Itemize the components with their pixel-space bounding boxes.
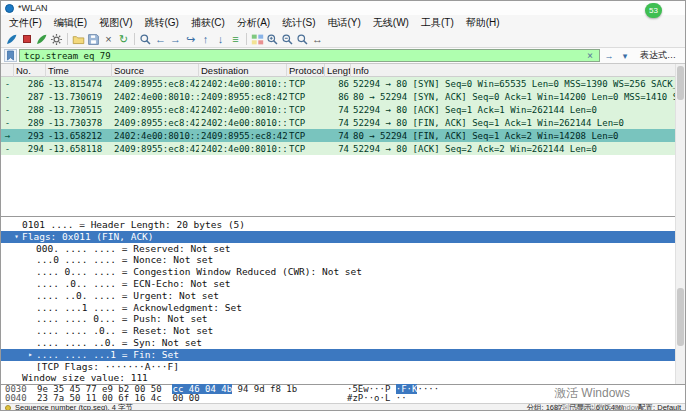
detail-text: 000. .... .... = Reserved: Not set	[36, 243, 230, 255]
menu-help[interactable]: 帮助(H)	[460, 15, 506, 31]
packet-row-287[interactable]: - 287 -13.730619 2402:4e00:8010::9e 2409…	[1, 90, 677, 103]
filter-clear-icon[interactable]: ×	[585, 50, 595, 61]
cell-info: 52294 → 80 [ACK] Seq=1 Ack=1 Win=262144 …	[351, 105, 677, 115]
filter-history-dropdown-icon[interactable]: ▾	[618, 49, 632, 62]
cell-no: 289	[14, 118, 46, 128]
go-back-icon[interactable]: ←	[153, 32, 168, 47]
hex-bytes-post: 94 9d f8 1b	[232, 384, 297, 394]
detail-text: .... .0.. .... = ECN-Echo: Not set	[36, 278, 230, 290]
cell-time: -13.658212	[46, 131, 112, 141]
detail-acknowledgment[interactable]: .... ...1 .... = Acknowledgment: Set	[1, 302, 677, 314]
display-filter-input[interactable]: tcp.stream eq 79 ×	[19, 49, 600, 62]
detail-tcp-flags-summary[interactable]: [TCP Flags: ·······A···F]	[1, 361, 677, 373]
detail-reset[interactable]: .... .... .0.. = Reset: Not set	[1, 325, 677, 337]
detail-ecn-echo[interactable]: .... .0.. .... = ECN-Echo: Not set	[1, 278, 677, 290]
detail-nonce[interactable]: ...0 .... .... = Nonce: Not set	[1, 254, 677, 266]
expert-info-icon[interactable]	[5, 405, 11, 411]
packet-row-288[interactable]: - 288 -13.730515 2409:8955:ec8:42a5:… 24…	[1, 103, 677, 116]
column-length[interactable]: Length	[325, 64, 351, 77]
menu-view[interactable]: 视图(V)	[93, 15, 138, 31]
column-protocol[interactable]: Protocol	[287, 64, 325, 77]
scrollbar-thumb[interactable]	[677, 288, 684, 346]
go-first-icon[interactable]: ↑	[198, 32, 213, 47]
auto-scroll-icon[interactable]: ≡	[228, 32, 243, 47]
cell-source: 2409:8955:ec8:42a5:…	[112, 118, 199, 128]
reload-icon[interactable]: ↻	[116, 32, 131, 47]
menu-go[interactable]: 跳转(G)	[138, 15, 184, 31]
cell-time: -13.730515	[46, 105, 112, 115]
cell-source: 2402:4e00:8010::9e	[112, 92, 199, 102]
menu-capture[interactable]: 捕获(C)	[185, 15, 231, 31]
detail-text: .... .... ..0. = Syn: Not set	[36, 337, 202, 349]
status-profile-button[interactable]: 配置: Default	[628, 403, 681, 411]
filter-bookmark-icon[interactable]	[4, 49, 17, 62]
detail-window-size[interactable]: Window size value: 111	[1, 372, 677, 384]
overlay-badge[interactable]: 53	[645, 3, 662, 18]
detail-text: Flags: 0x011 (FIN, ACK)	[22, 231, 154, 243]
related-packet-mark: -	[1, 92, 14, 102]
menu-analyze[interactable]: 分析(A)	[231, 15, 276, 31]
column-no[interactable]: No.	[14, 64, 46, 77]
expander-open-icon[interactable]: ▾	[11, 231, 22, 243]
detail-header-length[interactable]: 0101 .... = Header Length: 20 bytes (5)	[1, 219, 677, 231]
capture-options-icon[interactable]	[49, 32, 64, 47]
cell-no: 294	[14, 144, 46, 154]
cell-destination: 2409:8955:ec8:42a5:…	[199, 131, 287, 141]
detail-text: [TCP Flags: ·······A···F]	[36, 361, 179, 373]
hex-bytes-pane[interactable]: 0030 9e 35 45 77 e9 b2 00 50 cc 46 04 4b…	[1, 384, 685, 403]
zoom-in-icon[interactable]	[265, 32, 280, 47]
column-destination[interactable]: Destination	[199, 64, 287, 77]
detail-push[interactable]: .... .... 0... = Push: Not set	[1, 313, 677, 325]
go-forward-icon[interactable]: →	[168, 32, 183, 47]
menu-telephony[interactable]: 电话(Y)	[322, 15, 367, 31]
expression-button[interactable]: 表达式…	[634, 49, 682, 62]
column-info[interactable]: Info	[351, 64, 677, 77]
cell-info: 80 → 52294 [SYN, ACK] Seq=0 Ack=1 Win=14…	[351, 92, 677, 102]
detail-flags-selected[interactable]: ▾Flags: 0x011 (FIN, ACK)	[1, 231, 677, 243]
go-last-icon[interactable]: ↓	[213, 32, 228, 47]
capture-restart-icon[interactable]	[34, 32, 49, 47]
packet-row-286[interactable]: - 286 -13.815474 2409:8955:ec8:42a5:… 24…	[1, 77, 677, 90]
menu-tools[interactable]: 工具(T)	[415, 15, 460, 31]
menu-edit[interactable]: 编辑(E)	[48, 15, 93, 31]
hex-offset: 0040	[1, 394, 37, 403]
related-packet-mark: -	[1, 105, 14, 115]
column-time[interactable]: Time	[46, 64, 112, 77]
cell-source: 2402:4e00:8010::9e	[112, 131, 199, 141]
capture-stop-icon[interactable]	[19, 32, 34, 47]
cell-time: -13.658118	[46, 144, 112, 154]
cell-destination: 2402:4e00:8010::9e	[199, 79, 287, 89]
details-scrollbar[interactable]	[675, 216, 685, 384]
resize-columns-icon[interactable]: ↔	[310, 32, 325, 47]
cell-source: 2409:8955:ec8:42a5:…	[112, 105, 199, 115]
related-packet-mark: -	[1, 144, 14, 154]
expander-closed-icon[interactable]: ▸	[25, 349, 36, 361]
go-to-packet-icon[interactable]: ↪	[183, 32, 198, 47]
detail-cwr[interactable]: .... 0... .... = Congestion Window Reduc…	[1, 266, 677, 278]
detail-syn[interactable]: .... .... ..0. = Syn: Not set	[1, 337, 677, 349]
detail-reserved[interactable]: 000. .... .... = Reserved: Not set	[1, 243, 677, 255]
capture-start-icon[interactable]	[4, 32, 19, 47]
scrollbar-thumb[interactable]	[677, 66, 684, 100]
zoom-reset-icon[interactable]	[295, 32, 310, 47]
packet-row-294[interactable]: - 294 -13.658118 2409:8955:ec8:42a5:… 24…	[1, 142, 677, 155]
detail-urgent[interactable]: .... ..0. .... = Urgent: Not set	[1, 290, 677, 302]
packet-row-293-selected[interactable]: → 293 -13.658212 2402:4e00:8010::9e 2409…	[1, 129, 677, 142]
cell-length: 74	[325, 144, 351, 154]
packet-list-scrollbar[interactable]	[675, 64, 685, 216]
detail-fin-selected[interactable]: ▸.... .... ...1 = Fin: Set	[1, 349, 677, 361]
menu-statistics[interactable]: 统计(S)	[276, 15, 321, 31]
find-packet-icon[interactable]	[138, 32, 153, 47]
save-file-icon[interactable]	[86, 32, 101, 47]
close-file-icon[interactable]: ×	[101, 32, 116, 47]
hex-row-0040[interactable]: 0040 23 7a 50 11 00 6f 16 4c 00 00 #zP··…	[1, 394, 685, 403]
colorize-icon[interactable]	[250, 32, 265, 47]
packet-row-289[interactable]: - 289 -13.730378 2409:8955:ec8:42a5:… 24…	[1, 116, 677, 129]
zoom-out-icon[interactable]	[280, 32, 295, 47]
column-source[interactable]: Source	[112, 64, 199, 77]
filter-apply-icon[interactable]: →	[602, 49, 616, 62]
open-file-icon[interactable]	[71, 32, 86, 47]
toolbar-separator	[134, 33, 135, 45]
menu-file[interactable]: 文件(F)	[3, 15, 48, 31]
menu-wireless[interactable]: 无线(W)	[367, 15, 415, 31]
